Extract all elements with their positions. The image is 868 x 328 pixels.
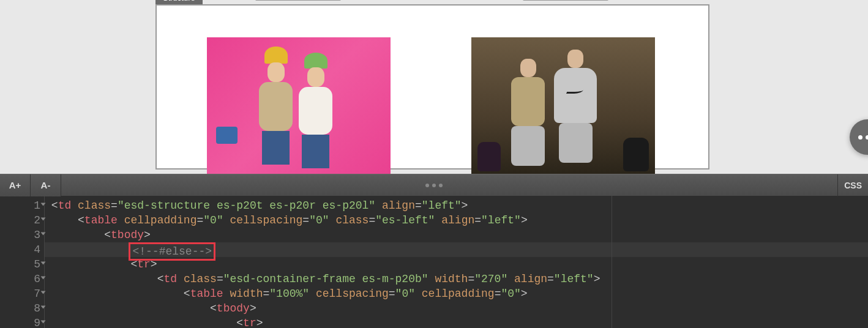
button-outline-1 xyxy=(255,0,341,1)
image-row xyxy=(157,6,708,174)
css-toggle-button[interactable]: CSS xyxy=(837,174,868,196)
code-body[interactable]: <td class="esd-structure es-p20t es-p20r… xyxy=(45,196,868,328)
button-outline-2 xyxy=(523,0,608,1)
line-number-gutter: 1 2 3 4 5 6 7 8 9 xyxy=(0,196,45,328)
line-number: 9 xyxy=(0,316,44,328)
line-number: 3 xyxy=(0,228,44,242)
code-line: <tbody> xyxy=(45,301,868,316)
code-line: <table cellpadding="0" cellspacing="0" c… xyxy=(45,213,868,228)
canvas-area: Structure xyxy=(0,0,868,174)
line-number: 2 xyxy=(0,213,44,228)
structure-tab[interactable]: Structure xyxy=(155,0,203,4)
content-image-2[interactable] xyxy=(471,37,655,174)
code-line: <td class="esd-structure es-p20t es-p20r… xyxy=(45,198,868,213)
code-line: <td class="esd-container-frame es-m-p20b… xyxy=(45,272,868,286)
editor-toolbar: A+ A- CSS xyxy=(0,174,868,196)
more-actions-button[interactable] xyxy=(850,119,868,155)
code-line: <!--#else--> xyxy=(45,242,868,257)
font-increase-button[interactable]: A+ xyxy=(0,174,31,196)
line-number: 1 xyxy=(0,198,44,213)
drag-handle-icon[interactable] xyxy=(425,184,443,187)
code-line: <tbody> xyxy=(45,228,868,242)
line-number: 7 xyxy=(0,286,44,301)
font-decrease-button[interactable]: A- xyxy=(31,174,61,196)
content-image-1[interactable] xyxy=(207,37,391,174)
code-line: <tr> xyxy=(45,316,868,328)
line-number: 5 xyxy=(0,257,44,272)
line-number: 4 xyxy=(0,242,44,257)
structure-block[interactable]: Structure xyxy=(155,4,709,170)
code-editor[interactable]: 1 2 3 4 5 6 7 8 9 <td class="esd-structu… xyxy=(0,196,868,328)
line-number: 6 xyxy=(0,272,44,286)
code-line: <table width="100%" cellspacing="0" cell… xyxy=(45,286,868,301)
line-number: 8 xyxy=(0,301,44,316)
